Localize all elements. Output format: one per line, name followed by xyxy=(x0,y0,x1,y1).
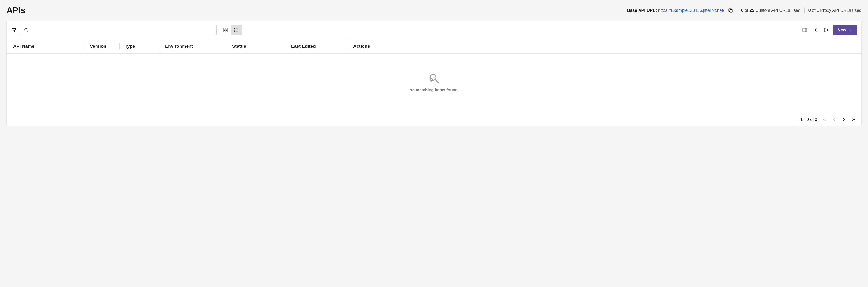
proxy-api-usage: 0 of 1 Proxy API URLs used xyxy=(808,8,862,13)
column-version[interactable]: Version xyxy=(85,39,119,53)
column-environment[interactable]: Environment xyxy=(160,39,227,53)
last-page-button[interactable] xyxy=(851,117,856,122)
copy-icon[interactable] xyxy=(728,8,733,13)
divider xyxy=(737,7,737,13)
column-actions: Actions xyxy=(348,39,861,53)
column-last-edited[interactable]: Last Edited xyxy=(286,39,348,53)
column-api-name[interactable]: API Name xyxy=(7,39,85,53)
svg-point-9 xyxy=(234,30,235,30)
search-input[interactable] xyxy=(31,28,213,32)
column-type[interactable]: Type xyxy=(119,39,160,53)
svg-point-11 xyxy=(234,31,235,32)
import-icon[interactable] xyxy=(812,26,819,34)
empty-state: No matching items found. xyxy=(7,54,861,114)
no-results-icon xyxy=(428,72,440,85)
svg-line-2 xyxy=(27,31,28,32)
new-button-label: New xyxy=(837,28,846,32)
svg-rect-0 xyxy=(730,9,733,12)
page-title: APIs xyxy=(6,5,26,15)
divider xyxy=(804,7,805,13)
new-button[interactable]: New xyxy=(833,25,857,35)
apis-panel: New API Name Version Type Environment St… xyxy=(6,21,862,126)
header-stats: Base API URL: https://Example123456.jitt… xyxy=(627,7,862,13)
next-page-button[interactable] xyxy=(841,117,846,122)
view-toggle xyxy=(220,25,242,35)
pagination-bar: 1 - 0 of 0 xyxy=(7,114,861,126)
pagination-range: 1 - 0 of 0 xyxy=(800,117,817,122)
base-url-group: Base API URL: https://Example123456.jitt… xyxy=(627,8,724,13)
search-box[interactable] xyxy=(21,25,217,35)
search-icon xyxy=(24,28,28,32)
first-page-button[interactable] xyxy=(822,117,827,122)
toolbar: New xyxy=(7,21,861,39)
svg-point-1 xyxy=(25,28,27,31)
svg-rect-13 xyxy=(803,28,807,32)
empty-state-text: No matching items found. xyxy=(409,88,459,92)
export-icon[interactable] xyxy=(823,26,830,34)
chevron-down-icon xyxy=(849,28,853,32)
svg-rect-3 xyxy=(224,28,225,30)
prev-page-button[interactable] xyxy=(832,117,837,122)
column-status[interactable]: Status xyxy=(227,39,286,53)
grid-view-button[interactable] xyxy=(220,25,231,35)
base-url-label: Base API URL: xyxy=(627,8,657,12)
svg-rect-5 xyxy=(224,31,225,32)
columns-icon[interactable] xyxy=(801,26,808,34)
table-header: API Name Version Type Environment Status… xyxy=(7,39,861,54)
filter-icon[interactable] xyxy=(11,27,18,33)
svg-line-17 xyxy=(436,80,439,83)
svg-point-7 xyxy=(234,29,235,29)
base-url-link[interactable]: https://Example123456.jitterbit.net/ xyxy=(658,8,724,12)
list-view-button[interactable] xyxy=(231,25,242,35)
custom-api-usage: 0 of 25 Custom API URLs used xyxy=(741,8,800,13)
svg-rect-4 xyxy=(226,28,227,30)
svg-rect-6 xyxy=(226,31,227,32)
